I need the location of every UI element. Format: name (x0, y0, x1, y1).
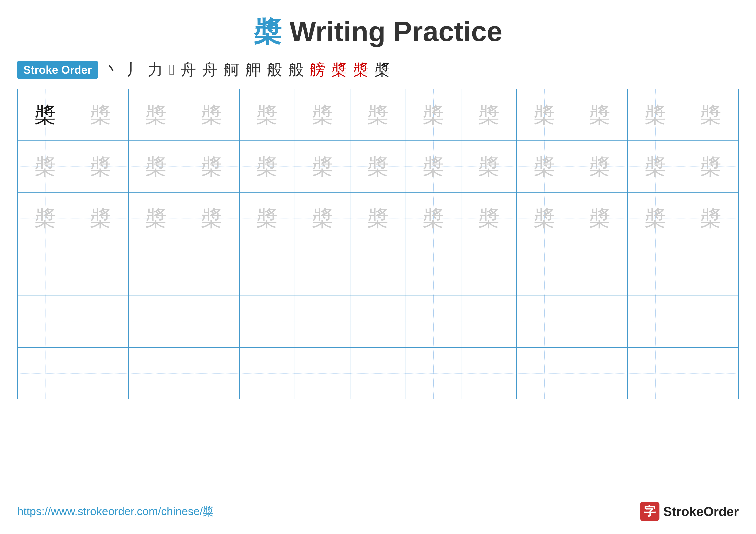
grid-cell-4-6[interactable] (295, 244, 350, 296)
grid-cell-1-13[interactable]: 槳 (683, 89, 739, 141)
ghost-char: 槳 (589, 156, 610, 177)
grid-cell-4-3[interactable] (128, 244, 184, 296)
grid-cell-6-5[interactable] (239, 347, 295, 399)
grid-cell-6-7[interactable] (350, 347, 406, 399)
grid-cell-1-5[interactable]: 槳 (239, 89, 295, 141)
grid-cell-2-6[interactable]: 槳 (295, 141, 350, 192)
grid-cell-6-11[interactable] (572, 347, 628, 399)
grid-cell-6-9[interactable] (461, 347, 517, 399)
grid-cell-4-10[interactable] (517, 244, 572, 296)
grid-cell-1-7[interactable]: 槳 (350, 89, 406, 141)
footer-url[interactable]: https://www.strokeorder.com/chinese/槳 (17, 504, 214, 519)
grid-cell-1-2[interactable]: 槳 (73, 89, 128, 141)
grid-cell-1-8[interactable]: 槳 (406, 89, 461, 141)
grid-cell-1-4[interactable]: 槳 (184, 89, 239, 141)
grid-cell-5-7[interactable] (350, 296, 406, 347)
grid-cell-2-12[interactable]: 槳 (628, 141, 683, 192)
grid-cell-6-13[interactable] (683, 347, 739, 399)
grid-cell-3-10[interactable]: 槳 (517, 192, 572, 244)
grid-cell-3-1[interactable]: 槳 (17, 192, 73, 244)
ghost-char: 槳 (422, 207, 444, 229)
grid-cell-5-3[interactable] (128, 296, 184, 347)
grid-cell-2-13[interactable]: 槳 (683, 141, 739, 192)
grid-cell-6-2[interactable] (73, 347, 128, 399)
logo-text: StrokeOrder (663, 504, 739, 519)
stroke-char-14: 槳 (375, 60, 390, 80)
footer-logo: 字 StrokeOrder (640, 502, 739, 521)
grid-cell-6-6[interactable] (295, 347, 350, 399)
grid-cell-4-5[interactable] (239, 244, 295, 296)
grid-cell-5-9[interactable] (461, 296, 517, 347)
ghost-char: 槳 (256, 104, 278, 126)
grid-cell-2-11[interactable]: 槳 (572, 141, 628, 192)
grid-cell-5-5[interactable] (239, 296, 295, 347)
grid-cell-1-12[interactable]: 槳 (628, 89, 683, 141)
ghost-char: 槳 (35, 207, 56, 229)
grid-cell-2-10[interactable]: 槳 (517, 141, 572, 192)
grid-cell-2-2[interactable]: 槳 (73, 141, 128, 192)
ghost-char: 槳 (201, 156, 222, 177)
grid-cell-5-10[interactable] (517, 296, 572, 347)
grid-cell-3-13[interactable]: 槳 (683, 192, 739, 244)
grid-cell-3-3[interactable]: 槳 (128, 192, 184, 244)
grid-cell-6-8[interactable] (406, 347, 461, 399)
grid-cell-5-13[interactable] (683, 296, 739, 347)
ghost-char: 槳 (645, 207, 666, 229)
grid-cell-4-11[interactable] (572, 244, 628, 296)
grid-cell-2-4[interactable]: 槳 (184, 141, 239, 192)
grid-cell-5-11[interactable] (572, 296, 628, 347)
ghost-char: 槳 (700, 104, 721, 126)
stroke-char-5: 舟 (180, 60, 196, 80)
grid-cell-4-1[interactable] (17, 244, 73, 296)
grid-cell-6-4[interactable] (184, 347, 239, 399)
ghost-char: 槳 (534, 104, 555, 126)
grid-cell-5-1[interactable] (17, 296, 73, 347)
stroke-char-7: 舸 (224, 60, 239, 80)
grid-cell-1-1[interactable]: 槳 (17, 89, 73, 141)
grid-cell-3-11[interactable]: 槳 (572, 192, 628, 244)
stroke-char-1: 丶 (104, 60, 120, 80)
grid-cell-4-8[interactable] (406, 244, 461, 296)
grid-cell-4-4[interactable] (184, 244, 239, 296)
grid-cell-5-4[interactable] (184, 296, 239, 347)
grid-cell-1-11[interactable]: 槳 (572, 89, 628, 141)
grid-cell-2-3[interactable]: 槳 (128, 141, 184, 192)
grid-cell-5-12[interactable] (628, 296, 683, 347)
grid-cell-4-12[interactable] (628, 244, 683, 296)
grid-cell-2-5[interactable]: 槳 (239, 141, 295, 192)
grid-cell-4-13[interactable] (683, 244, 739, 296)
grid-cell-5-8[interactable] (406, 296, 461, 347)
grid-cell-6-3[interactable] (128, 347, 184, 399)
grid-cell-3-4[interactable]: 槳 (184, 192, 239, 244)
title-text: Writing Practice (282, 16, 502, 47)
grid-cell-1-10[interactable]: 槳 (517, 89, 572, 141)
grid-cell-6-1[interactable] (17, 347, 73, 399)
grid-cell-5-2[interactable] (73, 296, 128, 347)
grid-cell-1-9[interactable]: 槳 (461, 89, 517, 141)
grid-cell-3-5[interactable]: 槳 (239, 192, 295, 244)
grid-cell-3-7[interactable]: 槳 (350, 192, 406, 244)
grid-cell-3-12[interactable]: 槳 (628, 192, 683, 244)
ghost-char: 槳 (645, 104, 666, 126)
grid-cell-2-7[interactable]: 槳 (350, 141, 406, 192)
ghost-char: 槳 (645, 156, 666, 177)
grid-cell-5-6[interactable] (295, 296, 350, 347)
grid-cell-4-2[interactable] (73, 244, 128, 296)
title-char: 槳 (254, 16, 282, 47)
grid-row-5 (17, 296, 739, 347)
grid-cell-2-8[interactable]: 槳 (406, 141, 461, 192)
grid-cell-4-9[interactable] (461, 244, 517, 296)
grid-cell-4-7[interactable] (350, 244, 406, 296)
grid-cell-3-6[interactable]: 槳 (295, 192, 350, 244)
grid-cell-3-9[interactable]: 槳 (461, 192, 517, 244)
grid-cell-1-3[interactable]: 槳 (128, 89, 184, 141)
grid-cell-3-2[interactable]: 槳 (73, 192, 128, 244)
grid-cell-1-6[interactable]: 槳 (295, 89, 350, 141)
grid-cell-2-9[interactable]: 槳 (461, 141, 517, 192)
ghost-char: 槳 (367, 207, 389, 229)
grid-cell-3-8[interactable]: 槳 (406, 192, 461, 244)
grid-cell-6-10[interactable] (517, 347, 572, 399)
grid-cell-2-1[interactable]: 槳 (17, 141, 73, 192)
ghost-char: 槳 (256, 156, 278, 177)
grid-cell-6-12[interactable] (628, 347, 683, 399)
